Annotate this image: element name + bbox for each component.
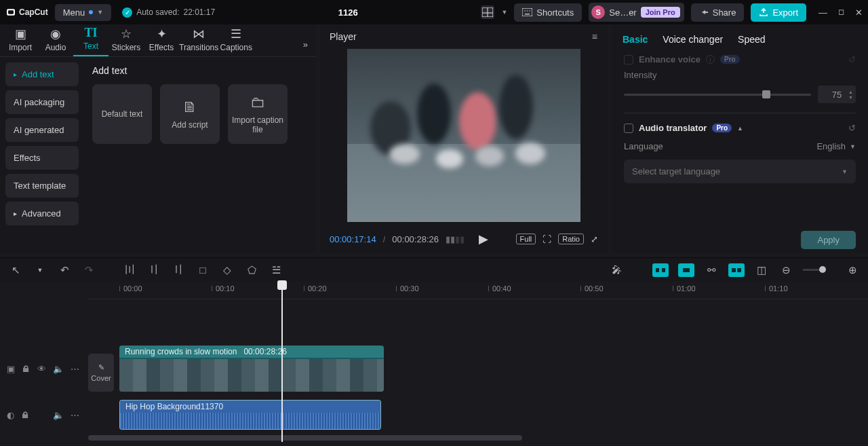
preview-toggle[interactable] [728,263,745,277]
zoom-slider[interactable] [803,269,823,271]
split-right-icon[interactable]: 〢 [171,263,186,278]
more-icon[interactable]: ⋯ [71,364,79,374]
tab-basic[interactable]: Basic [623,34,648,45]
snap-toggle[interactable] [652,263,669,277]
card-import-caption[interactable]: 🗀 Import caption file [228,84,288,144]
card-label: Add script [172,120,208,130]
track-type-icon[interactable]: ◐ [7,410,14,420]
shortcuts-button[interactable]: Shortcuts [514,3,582,22]
menu-button[interactable]: Menu ▼ [55,4,111,21]
card-add-script[interactable]: 🗎 Add script [160,84,220,144]
fullscreen-icon[interactable]: ⤢ [591,234,598,244]
ruler-tick: 00:20 [308,284,327,293]
track-type-icon[interactable]: ▣ [7,364,15,374]
video-clip[interactable]: Running crowds in slow motion 00:00:28:2… [119,346,384,392]
sidebar-item-add-text[interactable]: Add text [5,62,79,86]
sidebar-item-ai-generated[interactable]: AI generated [5,118,79,142]
ruler-tick: 00:00 [123,284,142,293]
close-icon[interactable]: ✕ [855,7,863,18]
reset-icon[interactable]: ↺ [848,123,856,133]
cursor-tool-icon[interactable]: ↖ [8,263,23,278]
card-default-text[interactable]: Default text [92,84,152,144]
compare-icon[interactable]: ▮▮▮▮ [446,234,464,244]
sidebar-item-text-template[interactable]: Text template [5,174,79,198]
minimize-icon[interactable]: — [818,7,827,18]
zoom-in-icon[interactable]: ⊕ [845,263,860,278]
mic-icon[interactable]: 🎤︎ [609,263,624,278]
tag-icon[interactable]: ⬠ [244,263,259,278]
tab-captions[interactable]: ☰Captions [218,26,254,56]
overlap-icon[interactable]: ◫ [754,263,769,278]
video-preview[interactable] [347,49,580,222]
sidebar-item-advanced[interactable]: Advanced [5,202,79,225]
export-icon [759,7,768,17]
maximize-icon[interactable]: ◻ [838,7,844,18]
chevron-down-icon[interactable]: ▼ [501,9,507,16]
target-language-select[interactable]: Select target language ▼ [624,160,856,183]
sidebar-item-effects[interactable]: Effects [5,146,79,170]
eye-icon[interactable]: 👁 [37,364,46,374]
apply-button[interactable]: Apply [801,231,856,249]
full-button[interactable]: Full [516,234,536,244]
timeline-ruler[interactable]: 00:00 00:10 00:20 00:30 00:40 00:50 01:0… [88,282,868,299]
marker-icon[interactable]: ◇ [220,263,235,278]
play-button[interactable]: ▶ [479,231,488,246]
join-pro-badge[interactable]: Join Pro [641,7,680,18]
chevron-down-icon[interactable]: ▼ [33,263,47,278]
lock-icon[interactable]: 🔒︎ [22,364,31,374]
tab-audio[interactable]: ◉Audio [38,26,73,56]
sidebar-item-ai-packaging[interactable]: AI packaging [5,90,79,114]
share-button[interactable]: Share [691,3,745,22]
account-chip[interactable]: S Se…er Join Pro [589,3,684,22]
mute-icon[interactable]: 🔈 [53,410,64,420]
delete-icon[interactable]: □ [195,263,210,278]
cover-button[interactable]: ✎ Cover [88,354,114,392]
tab-voice-changer[interactable]: Voice changer [663,34,723,45]
split-icon[interactable]: 〣 [122,263,137,278]
intensity-label: Intensity [624,70,856,80]
tab-effects[interactable]: ✦Effects [144,26,179,56]
split-left-icon[interactable]: 〢 [146,263,161,278]
lock-icon[interactable]: 🔒︎ [21,410,30,420]
audio-translator-checkbox[interactable] [624,124,633,133]
tool-tabs: ▣Import ◉Audio TIText ☆Stickers ✦Effects… [0,24,316,57]
playhead[interactable] [281,282,283,442]
tabs-overflow-icon[interactable]: » [298,33,313,56]
audio-clip[interactable]: Hip Hop Background11370 [119,400,381,430]
tab-import[interactable]: ▣Import [3,26,38,56]
tab-stickers[interactable]: ☆Stickers [108,26,144,56]
link-toggle[interactable] [678,263,694,277]
svg-point-6 [525,10,526,12]
mute-icon[interactable]: 🔈 [53,364,64,374]
tab-text[interactable]: TIText [73,25,108,56]
stepper-icon[interactable]: ▲▼ [848,90,853,100]
clip-name: Running crowds in slow motion [125,347,237,356]
audio-waveform [120,413,380,429]
undo-icon[interactable]: ↶ [57,263,72,278]
reset-icon[interactable]: ↺ [848,54,856,64]
layout-icon[interactable] [481,5,494,19]
player-menu-icon[interactable]: ≡ [592,31,598,42]
chain-icon[interactable]: ⚯ [704,263,719,278]
autosave-label: Auto saved: [136,7,179,17]
export-button[interactable]: Export [751,3,806,22]
timeline-body[interactable]: 00:00 00:10 00:20 00:30 00:40 00:50 01:0… [88,282,868,446]
tab-transitions[interactable]: ⋈Transitions [179,26,218,56]
svg-rect-13 [732,268,736,272]
zoom-out-icon[interactable]: ⊖ [778,263,793,278]
language-dropdown[interactable]: English ▼ [816,141,856,151]
effects-icon: ✦ [157,28,167,40]
ratio-button[interactable]: Ratio [558,234,584,244]
svg-rect-5 [522,8,532,16]
caption-icon[interactable]: ☱ [269,263,283,278]
tab-speed[interactable]: Speed [738,34,765,45]
horizontal-scrollbar[interactable] [88,435,522,441]
enhance-voice-checkbox[interactable] [624,55,633,64]
collapse-icon[interactable]: ▲ [737,125,743,132]
app-logo: CapCut [5,7,48,18]
redo-icon[interactable]: ↷ [81,263,96,278]
crop-icon[interactable]: ⛶ [542,234,551,244]
more-icon[interactable]: ⋯ [71,410,79,420]
intensity-value[interactable]: 75 ▲▼ [818,86,856,103]
intensity-slider[interactable] [624,94,811,96]
